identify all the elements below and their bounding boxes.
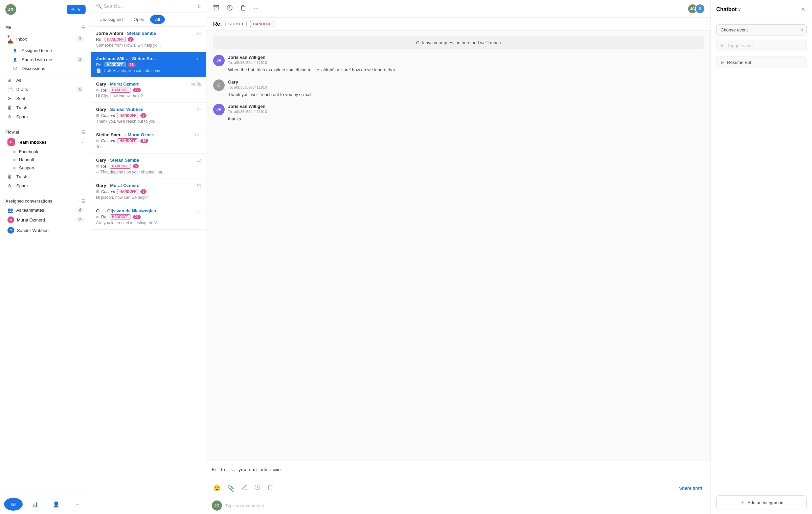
delete-action-icon[interactable]: [239, 3, 248, 14]
conv-arrow-5: ›: [108, 158, 109, 162]
inbox-bottom-button[interactable]: ✉: [4, 498, 23, 511]
conv-item-0[interactable]: Jorne Antoni › Stefan Samba 3H Re: HANDO…: [91, 27, 206, 52]
flowai-trash-label: Trash: [16, 174, 84, 179]
sidebar-item-support[interactable]: Support: [2, 164, 89, 172]
sidebar-item-sent[interactable]: ➤ Sent: [2, 94, 89, 103]
all-label: All: [16, 78, 84, 83]
conv-names-4: Stefan Sam... › Murat Ozme...: [96, 132, 193, 137]
assigned-conversations-header: Assigned conversations ☰: [0, 196, 91, 205]
chat-header-actions: ···: [212, 3, 260, 14]
message-to-jv1: To: a0b35c59ad411910: [228, 61, 704, 65]
schedule-action-icon[interactable]: [253, 483, 262, 493]
compose-delete-icon[interactable]: [266, 483, 275, 493]
sidebar-item-assigned-to-me[interactable]: 👤 Assigned to me: [2, 46, 89, 55]
sidebar-item-all[interactable]: ⊞ All: [2, 76, 89, 85]
chat-area: ··· JG S Re: SOCKET HANDOFF Or leave you…: [206, 0, 710, 514]
sidebar-item-shared-with-me[interactable]: 👤 Shared with me 3: [2, 55, 89, 64]
sidebar-item-trash[interactable]: 🗑 Trash: [2, 103, 89, 112]
event-select[interactable]: Choose event Trigger event On message On…: [716, 24, 807, 36]
conv-preview-5: ↩ That depends on your channel, ha...: [96, 170, 201, 174]
add-icon: ＋: [740, 499, 745, 506]
conv-names-7: G... › Gijs van de Nieuwegies...: [96, 208, 195, 213]
chatbot-close-icon[interactable]: ✕: [799, 5, 807, 14]
me-section: Me ☰ ▾ 📥 Inbox 3 👤 Assigned to me 👤 Shar…: [0, 19, 91, 124]
handoff-badge-1: HANDOFF: [105, 62, 126, 67]
team-inboxes-header[interactable]: F Team inboxes ▾: [2, 137, 89, 147]
resume-bot-row[interactable]: ▶ Resume Bot: [716, 56, 807, 68]
conv-item-top-2: Gary › Murat Ozmerd 7H 📎: [96, 81, 201, 87]
conv-recipient-5: Stefan Samba: [110, 158, 139, 163]
assigned-conversations-label: Assigned conversations: [5, 199, 52, 204]
conv-type-icon-6: ⊞: [96, 189, 99, 194]
conv-item-4[interactable]: Stefan Sam... › Murat Ozme... 10H ⊞ Cust…: [91, 128, 206, 154]
conversation-items: Jorne Antoni › Stefan Samba 3H Re: HANDO…: [91, 27, 206, 514]
conv-item-7[interactable]: G... › Gijs van de Nieuwegies... 5D ⊞ Re…: [91, 204, 206, 230]
archive-action-icon[interactable]: [212, 3, 221, 14]
facebook-label: Facebook: [19, 149, 38, 154]
sidebar-item-sander[interactable]: S Sander Wubben: [2, 225, 89, 235]
conv-subject-text-5: Re:: [101, 164, 108, 169]
sidebar-item-flowai-spam[interactable]: ⊘ Spam: [2, 181, 89, 190]
all-teammates-count: 4: [76, 207, 84, 213]
sidebar-item-flowai-trash[interactable]: 🗑 Trash: [2, 172, 89, 181]
message-row-g: G Gary To: a0b35c59ad411910 Thank you, w…: [213, 79, 704, 98]
sidebar-item-drafts[interactable]: 📄 Drafts 6: [2, 85, 89, 94]
emoji-action-icon[interactable]: 🙂: [212, 483, 222, 493]
conv-item-3[interactable]: Gary › Sander Wubben 9H ⊞ Custom HANDOFF…: [91, 103, 206, 128]
compose-button[interactable]: ✏ ∨: [67, 5, 86, 14]
handoff-badge-2: HANDOFF: [110, 88, 131, 93]
clock-action-icon[interactable]: [225, 3, 234, 14]
clip-icon-2: 📎: [196, 82, 201, 87]
add-integration-label: Add an integration: [748, 500, 784, 505]
sander-avatar: S: [7, 227, 14, 234]
sidebar-item-discussions[interactable]: 💬 Discussions: [2, 64, 89, 73]
conv-arrow-7: ›: [105, 209, 106, 213]
flowai-section-action-icon[interactable]: ☰: [81, 130, 86, 135]
discussions-icon: 💬: [13, 67, 19, 70]
sidebar-item-murat[interactable]: M Murat Ozmerd 2: [2, 215, 89, 225]
filter-tab-unassigned[interactable]: Unassigned: [95, 15, 128, 24]
comment-input[interactable]: [225, 503, 705, 508]
sidebar-item-facebook[interactable]: Facebook: [2, 148, 89, 156]
conv-item-2[interactable]: Gary › Murat Ozmerd 7H 📎 ⊞ Re: HANDOFF 7…: [91, 77, 206, 103]
conv-subject-3: ⊞ Custom HANDOFF 8: [96, 113, 201, 118]
sidebar-item-all-teammates[interactable]: 👥 All teammates 4: [2, 206, 89, 214]
share-draft-button[interactable]: Share draft: [676, 484, 705, 492]
inbox-icon: ▾ 📥: [7, 33, 14, 44]
conv-sender-0: Jorne Antoni: [96, 31, 123, 36]
sidebar-item-handoff[interactable]: Handoff: [2, 156, 89, 164]
compose-textarea[interactable]: Hi Joris, you can add some: [212, 464, 705, 480]
sent-icon: ➤: [7, 96, 14, 101]
conv-arrow-2: ›: [108, 82, 109, 86]
filter-tab-open[interactable]: Open: [129, 15, 149, 24]
assigned-conversations-action-icon[interactable]: ☰: [81, 198, 86, 204]
conv-item-5[interactable]: Gary › Stefan Samba 5D ⊞ Re: HANDOFF 5 ↩…: [91, 154, 206, 179]
more-action-icon[interactable]: ···: [252, 4, 260, 14]
conv-item-1[interactable]: Joris van Will... › Stefan Sa... 4H Re: …: [91, 52, 206, 77]
search-input[interactable]: [104, 3, 195, 9]
sidebar-bottom: ✉ 📊 👤 ···: [0, 494, 91, 514]
sidebar-item-spam[interactable]: ⊘ Spam: [2, 112, 89, 121]
message-to-jv2: To: a0b35c59ad411910: [228, 110, 704, 114]
attach-action-icon[interactable]: 📎: [226, 483, 236, 493]
me-label: Me: [5, 25, 11, 30]
sort-icon[interactable]: ⇅: [197, 3, 201, 9]
handoff-badge-6: HANDOFF: [117, 189, 138, 194]
flowai-section: Flow.ai ☰ F Team inboxes ▾ Facebook Hand…: [0, 124, 91, 193]
stats-bottom-button[interactable]: 📊: [25, 498, 44, 510]
chatbot-title[interactable]: Chatbot ∨: [716, 6, 741, 13]
me-section-action-icon[interactable]: ☰: [81, 25, 86, 30]
more-bottom-button[interactable]: ···: [68, 498, 87, 510]
avatar-g: G: [213, 79, 225, 91]
user-avatar[interactable]: JG: [5, 4, 16, 15]
conv-sender-2: Gary: [96, 81, 106, 87]
filter-tab-all[interactable]: All: [150, 15, 164, 24]
chat-messages: Or leave your question here and we'll re…: [206, 31, 710, 461]
contacts-bottom-button[interactable]: 👤: [47, 498, 66, 510]
add-integration-button[interactable]: ＋ Add an integration: [716, 495, 807, 510]
chat-re-label: Re:: [213, 21, 222, 27]
conv-item-6[interactable]: Gary › Murat Ozmerd 5D ⊞ Custom HANDOFF …: [91, 179, 206, 204]
signature-action-icon[interactable]: [240, 483, 249, 493]
sidebar-item-inbox[interactable]: ▾ 📥 Inbox 3: [2, 32, 89, 46]
conv-sender-6: Gary: [96, 183, 106, 188]
